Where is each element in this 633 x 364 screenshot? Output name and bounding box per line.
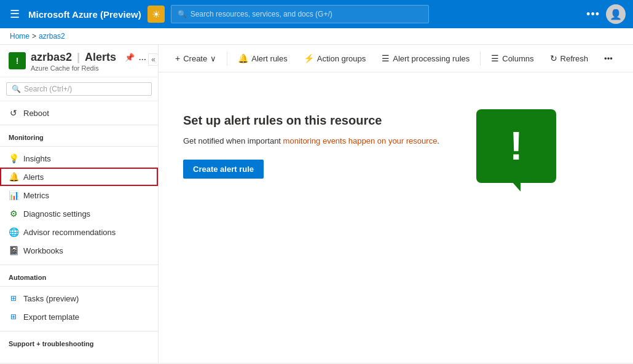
alert-exclaim-icon: ! [509,126,522,166]
resource-subtitle: Azure Cache for Redis [31,64,146,72]
topbar-right: ••• 👤 [586,4,626,24]
create-chevron: ∨ [210,54,216,63]
columns-icon: ☰ [491,53,499,63]
content-body: Set up alert rules on this resource Get … [159,72,633,207]
setup-text-block: Set up alert rules on this resource Get … [183,114,439,179]
sidebar-item-label: Tasks (preview) [23,294,79,303]
action-groups-icon: ⚡ [304,53,314,63]
columns-button[interactable]: ☰ Columns [484,50,540,67]
sidebar-item-workbooks[interactable]: 📓 Workbooks [0,241,158,260]
setup-desc-link[interactable]: monitoring events happen on your resourc… [283,136,438,145]
toolbar-more-button[interactable]: ••• [597,50,619,67]
create-icon: + [175,53,180,63]
sidebar-item-label: Insights [23,154,51,163]
tasks-icon: ⊞ [9,293,18,303]
sidebar-item-insights[interactable]: 💡 Insights [0,149,158,168]
sidebar-item-label: Diagnostic settings [23,209,90,219]
sidebar-item-metrics[interactable]: 📊 Metrics [0,186,158,204]
diagnostic-settings-icon: ⚙ [9,209,18,219]
sidebar-search-icon: 🔍 [12,85,21,93]
sidebar-search-input[interactable] [24,85,146,93]
create-label: Create [183,54,207,63]
sidebar-search-inner: 🔍 [6,82,152,96]
insights-icon: 💡 [9,153,18,163]
sidebar-item-label: Workbooks [23,246,63,255]
create-button[interactable]: + Create ∨ [168,50,223,67]
alert-rules-button[interactable]: 🔔 Alert rules [231,50,294,67]
breadcrumb-home[interactable]: Home [10,32,29,41]
alert-bubble: ! [476,109,556,183]
setup-desc-prefix: Get notified when important [183,136,283,145]
alert-processing-label: Alert processing rules [393,54,470,63]
topbar: ☰ Microsoft Azure (Preview) ☀ 🔍 ••• 👤 [0,0,633,28]
alerts-icon: 🔔 [9,172,18,182]
setup-description: Get notified when important monitoring e… [183,135,439,147]
sidebar-item-label: Export template [23,312,79,322]
sidebar-item-label: Alerts [23,172,44,182]
metrics-icon: 📊 [9,190,18,200]
columns-label: Columns [502,54,533,63]
sidebar: ! azrbas2 | Alerts 📌 … Azure Cache for R… [0,45,159,363]
toolbar-more-icon: ••• [604,54,613,63]
page-title: Alerts [85,51,116,64]
sidebar-item-label: Advisor recommendations [23,228,116,237]
pin-icon[interactable]: 📌 [125,53,135,62]
resource-header: ! azrbas2 | Alerts 📌 … Azure Cache for R… [0,45,158,77]
breadcrumb-separator: > [32,32,36,41]
toolbar: + Create ∨ 🔔 Alert rules ⚡ Action groups… [159,45,633,72]
breadcrumb-current[interactable]: azrbas2 [39,32,65,41]
action-groups-label: Action groups [317,54,366,63]
global-search[interactable]: 🔍 [171,5,429,23]
sidebar-item-alerts[interactable]: 🔔 Alerts [0,168,158,186]
resource-icon: ! [9,52,26,69]
sidebar-nav: ↺ Reboot Monitoring 💡 Insights 🔔 Alerts … [0,101,158,352]
title-separator: | [77,51,80,64]
topbar-more-icon[interactable]: ••• [586,8,600,21]
search-input[interactable] [191,10,422,18]
sidebar-item-export-template[interactable]: ⊞ Export template [0,308,158,326]
workbooks-icon: 📓 [9,246,18,255]
reboot-icon: ↺ [9,108,18,118]
alert-processing-rules-button[interactable]: ☰ Alert processing rules [375,50,476,67]
sidebar-item-tasks[interactable]: ⊞ Tasks (preview) [0,289,158,308]
avatar[interactable]: 👤 [606,4,626,24]
toolbar-separator-1 [227,51,227,66]
sidebar-section-monitoring: Monitoring [0,128,158,144]
alert-rules-label: Alert rules [251,54,288,63]
sidebar-search-box: 🔍 [0,77,158,101]
hamburger-icon[interactable]: ☰ [7,5,22,23]
resource-more-icon[interactable]: … [138,53,146,62]
search-icon: 🔍 [178,10,187,18]
advisor-icon: 🌐 [9,227,18,237]
refresh-label: Refresh [560,54,589,63]
content-area: + Create ∨ 🔔 Alert rules ⚡ Action groups… [159,45,633,363]
action-groups-button[interactable]: ⚡ Action groups [297,50,373,67]
export-template-icon: ⊞ [9,312,18,322]
sidebar-item-diagnostic-settings[interactable]: ⚙ Diagnostic settings [0,204,158,223]
sidebar-section-automation: Automation [0,268,158,284]
sidebar-item-label: Metrics [23,191,49,200]
sidebar-item-label: Reboot [23,109,49,118]
breadcrumb: Home > azrbas2 [0,28,633,45]
sidebar-item-advisor-recommendations[interactable]: 🌐 Advisor recommendations [0,223,158,241]
refresh-icon: ↻ [550,53,557,63]
azure-badge-icon: ☀ [147,6,165,23]
alert-rules-icon: 🔔 [238,53,248,63]
sidebar-collapse-button[interactable]: « [148,53,159,66]
create-alert-rule-button[interactable]: Create alert rule [183,160,264,179]
setup-title: Set up alert rules on this resource [183,114,439,128]
resource-name: azrbas2 [31,51,72,64]
resource-title: azrbas2 | Alerts 📌 … [31,51,146,64]
resource-title-block: azrbas2 | Alerts 📌 … Azure Cache for Red… [31,51,146,72]
sidebar-item-reboot[interactable]: ↺ Reboot [0,104,158,122]
refresh-button[interactable]: ↻ Refresh [543,50,596,67]
app-title: Microsoft Azure (Preview) [28,9,141,20]
toolbar-separator-2 [480,51,481,66]
setup-desc-suffix: . [437,136,439,145]
sidebar-section-support: Support + troubleshooting [0,334,158,350]
alert-processing-icon: ☰ [382,53,390,63]
alert-illustration: ! [476,109,556,183]
main-layout: ! azrbas2 | Alerts 📌 … Azure Cache for R… [0,45,633,363]
